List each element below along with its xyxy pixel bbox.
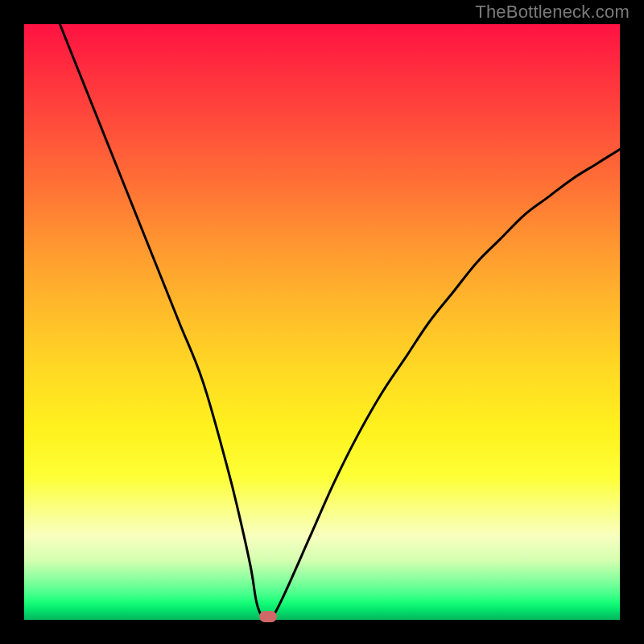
watermark-text: TheBottleneck.com [475,2,630,23]
curve-svg [24,24,620,620]
bottleneck-curve [60,24,620,618]
plot-area [24,24,620,620]
optimum-marker [259,611,277,622]
chart-container: TheBottleneck.com [0,0,644,644]
